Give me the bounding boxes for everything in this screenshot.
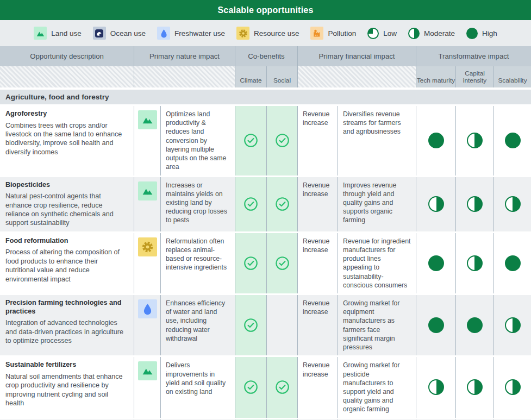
opportunity-name: Food reformulation: [5, 237, 127, 246]
legend-item-high: High: [466, 28, 497, 39]
legend-label: Ocean use: [110, 29, 146, 37]
opportunity-description: Combines trees with crops and/or livesto…: [5, 121, 127, 156]
subcol-social: Social: [266, 66, 297, 87]
opportunity-cell: Biopesticides Natural pest-control agent…: [0, 177, 134, 231]
legend-label: Resource use: [254, 29, 299, 37]
table-row-biopesticides: Biopesticides Natural pest-control agent…: [0, 177, 531, 231]
tech-maturity-cell: [416, 106, 455, 175]
subcell-hatch-financial: [297, 66, 416, 87]
legend-label: Land use: [51, 29, 82, 37]
opportunity-description: Natural pest-control agents that enhance…: [5, 192, 127, 227]
capital-intensity-level-icon: [467, 196, 483, 212]
nature-impact-text: Delivers improvements in yield and soil …: [160, 357, 235, 417]
financial-impact-text: Improves revenue through yield and quali…: [338, 177, 416, 231]
scalability-cell: [493, 357, 531, 417]
social-check-cell: [266, 357, 297, 417]
tech-maturity-level-icon: [428, 196, 444, 212]
check-icon: [275, 197, 290, 211]
subcell-hatch-description: [0, 66, 134, 87]
legend-label: Freshwater use: [174, 29, 225, 37]
climate-check-cell: [235, 233, 266, 293]
financial-impact-label: Revenue increase: [297, 295, 338, 355]
financial-impact-label: Revenue increase: [297, 357, 338, 417]
legend-bar: Land use Ocean use Freshwater use Resour…: [0, 20, 531, 46]
legend-item-pollution: Pollution: [310, 27, 356, 40]
land-use-icon: [138, 361, 157, 380]
table-row-sustainable-fertilizers: Sustainable fertilizers Natural soil ame…: [0, 357, 531, 417]
check-icon: [243, 133, 258, 148]
scalability-level-icon: [505, 379, 521, 395]
financial-impact-label: Revenue increase: [297, 233, 338, 293]
financial-impact-label: Revenue increase: [297, 177, 338, 231]
scalability-cell: [493, 233, 531, 293]
opportunity-cell: Food reformulation Process of altering t…: [0, 233, 134, 293]
tech-maturity-cell: [416, 233, 455, 293]
check-icon: [275, 380, 290, 394]
subcol-tech-maturity: Tech maturity: [416, 66, 455, 87]
resource-use-icon: [138, 237, 157, 256]
check-icon: [243, 380, 258, 394]
capital-intensity-level-icon: [467, 133, 483, 148]
capital-intensity-cell: [455, 295, 493, 355]
check-icon: [243, 318, 258, 333]
low-level-icon: [367, 28, 379, 39]
opportunity-name: Agroforestry: [5, 110, 127, 118]
high-level-icon: [466, 28, 478, 39]
col-transformative-impact: Transformative impact: [416, 46, 531, 66]
legend-item-low: Low: [367, 28, 397, 39]
subcol-scalability: Scalability: [493, 66, 531, 87]
scalability-cell: [493, 177, 531, 231]
nature-impact-text: Reformulation often replaces animal-base…: [160, 233, 235, 293]
legend-item-ocean-use: Ocean use: [93, 27, 146, 40]
resource-use-icon: [236, 27, 249, 40]
scalable-opportunities-table: Scalable opportunities Land use Ocean us…: [0, 0, 531, 420]
opportunity-description: Natural soil amendments that enhance cro…: [5, 372, 127, 408]
opportunity-cell: Precision farming technologies and pract…: [0, 295, 134, 355]
climate-check-cell: [235, 295, 266, 355]
legend-label: High: [482, 29, 497, 37]
ocean-use-icon: [93, 27, 106, 40]
social-check-cell: [266, 233, 297, 293]
opportunity-name: Precision farming technologies and pract…: [5, 299, 127, 316]
opportunity-cell: Agroforestry Combines trees with crops a…: [0, 106, 134, 175]
nature-impact-icon-cell: [134, 233, 160, 293]
social-check-cell: [266, 295, 297, 355]
climate-check-cell: [235, 106, 266, 175]
col-primary-financial-impact: Primary financial impact: [297, 46, 416, 66]
legend-label: Low: [383, 29, 397, 37]
column-header-row: Opportunity description Primary nature i…: [0, 46, 531, 66]
subcell-hatch-nature: [134, 66, 235, 87]
table-row-food-reformulation: Food reformulation Process of altering t…: [0, 233, 531, 293]
financial-impact-text: Growing market for pesticide manufacture…: [338, 357, 416, 417]
moderate-level-icon: [408, 28, 420, 39]
climate-check-cell: [235, 357, 266, 417]
tech-maturity-level-icon: [428, 317, 444, 333]
scalability-cell: [493, 106, 531, 175]
capital-intensity-cell: [455, 177, 493, 231]
opportunity-description: Integration of advanced technologies and…: [5, 318, 127, 345]
nature-impact-icon-cell: [134, 295, 160, 355]
tech-maturity-cell: [416, 357, 455, 417]
section-header: Agriculture, food and forestry: [0, 90, 531, 104]
opportunity-cell: Sustainable fertilizers Natural soil ame…: [0, 357, 134, 417]
tech-maturity-level-icon: [428, 379, 444, 395]
land-use-icon: [138, 110, 157, 129]
page-title: Scalable opportunities: [218, 5, 314, 15]
freshwater-use-icon: [157, 27, 170, 40]
capital-intensity-level-icon: [467, 317, 483, 333]
check-icon: [275, 133, 290, 148]
col-primary-nature-impact: Primary nature impact: [134, 46, 235, 66]
tech-maturity-level-icon: [428, 133, 444, 148]
nature-impact-icon-cell: [134, 106, 160, 175]
land-use-icon: [138, 181, 157, 200]
capital-intensity-cell: [455, 357, 493, 417]
financial-impact-label: Revenue increase: [297, 106, 338, 175]
scalability-level-icon: [505, 133, 521, 148]
nature-impact-text: Increases or maintains yields on existin…: [160, 177, 235, 231]
legend-item-freshwater-use: Freshwater use: [157, 27, 225, 40]
table-row-precision-farming: Precision farming technologies and pract…: [0, 295, 531, 355]
capital-intensity-cell: [455, 233, 493, 293]
table-row-agroforestry: Agroforestry Combines trees with crops a…: [0, 106, 531, 175]
check-icon: [243, 197, 258, 211]
capital-intensity-level-icon: [467, 255, 483, 271]
